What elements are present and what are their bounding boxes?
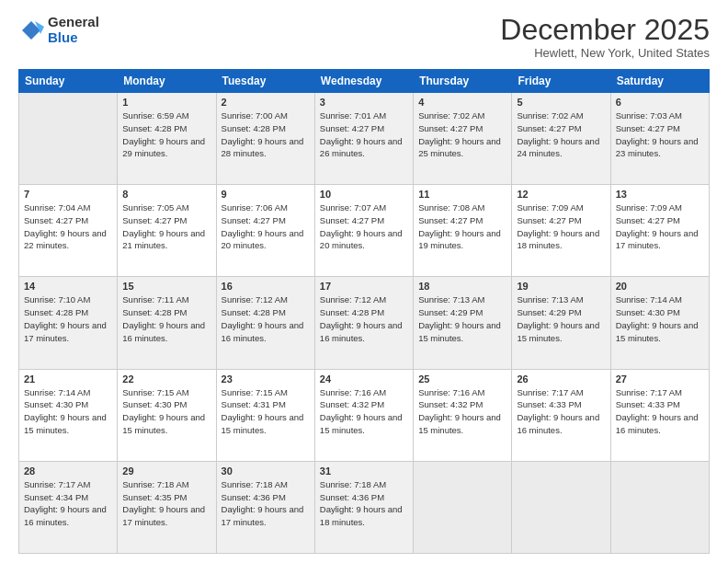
day-info: Sunrise: 7:06 AMSunset: 4:27 PMDaylight:… — [222, 201, 310, 252]
calendar-cell: 23Sunrise: 7:15 AMSunset: 4:31 PMDayligh… — [216, 369, 314, 461]
sunset: Sunset: 4:35 PM — [122, 492, 187, 502]
daylight: Daylight: 9 hours and 16 minutes. — [222, 320, 304, 343]
col-tuesday: Tuesday — [216, 70, 314, 93]
sunrise: Sunrise: 7:08 AM — [418, 202, 484, 213]
day-info: Sunrise: 7:18 AMSunset: 4:36 PMDaylight:… — [320, 478, 408, 529]
calendar-cell: 30Sunrise: 7:18 AMSunset: 4:36 PMDayligh… — [216, 461, 314, 553]
calendar-cell: 17Sunrise: 7:12 AMSunset: 4:28 PMDayligh… — [314, 277, 413, 369]
sunset: Sunset: 4:36 PM — [222, 492, 286, 502]
calendar-cell: 26Sunrise: 7:17 AMSunset: 4:33 PMDayligh… — [512, 369, 610, 461]
sunrise: Sunrise: 7:11 AM — [122, 294, 188, 304]
col-saturday: Saturday — [610, 70, 709, 93]
daylight: Daylight: 9 hours and 17 minutes. — [616, 228, 699, 251]
sunrise: Sunrise: 7:15 AM — [122, 387, 188, 397]
calendar-cell: 18Sunrise: 7:13 AMSunset: 4:29 PMDayligh… — [414, 277, 512, 369]
col-monday: Monday — [118, 70, 216, 93]
sunset: Sunset: 4:27 PM — [517, 123, 581, 133]
day-info: Sunrise: 7:02 AMSunset: 4:27 PMDaylight:… — [517, 109, 605, 160]
calendar-cell: 24Sunrise: 7:16 AMSunset: 4:32 PMDayligh… — [314, 369, 413, 461]
day-number: 8 — [122, 189, 210, 200]
day-number: 13 — [616, 189, 704, 200]
sunrise: Sunrise: 7:07 AM — [320, 202, 386, 213]
day-number: 22 — [122, 373, 210, 385]
day-info: Sunrise: 7:12 AMSunset: 4:28 PMDaylight:… — [320, 293, 408, 344]
daylight: Daylight: 9 hours and 18 minutes. — [517, 228, 599, 251]
location: Hewlett, New York, United States — [500, 46, 710, 60]
col-sunday: Sunday — [19, 70, 118, 93]
sunset: Sunset: 4:30 PM — [24, 399, 88, 409]
day-info: Sunrise: 7:09 AMSunset: 4:27 PMDaylight:… — [616, 201, 704, 252]
sunrise: Sunrise: 7:06 AM — [222, 202, 288, 213]
day-info: Sunrise: 7:02 AMSunset: 4:27 PMDaylight:… — [418, 109, 506, 160]
sunrise: Sunrise: 7:18 AM — [222, 479, 288, 489]
day-number: 21 — [24, 373, 112, 385]
daylight: Daylight: 9 hours and 28 minutes. — [222, 136, 304, 159]
calendar-row-week-1: 1Sunrise: 6:59 AMSunset: 4:28 PMDaylight… — [19, 93, 710, 185]
day-info: Sunrise: 7:13 AMSunset: 4:29 PMDaylight:… — [418, 293, 506, 344]
sunset: Sunset: 4:27 PM — [616, 123, 680, 133]
calendar-cell: 14Sunrise: 7:10 AMSunset: 4:28 PMDayligh… — [19, 277, 118, 369]
day-info: Sunrise: 7:15 AMSunset: 4:30 PMDaylight:… — [122, 386, 210, 437]
calendar-cell: 15Sunrise: 7:11 AMSunset: 4:28 PMDayligh… — [118, 277, 216, 369]
daylight: Daylight: 9 hours and 19 minutes. — [418, 228, 501, 251]
sunset: Sunset: 4:30 PM — [616, 307, 680, 317]
month-title: December 2025 — [500, 15, 710, 44]
calendar-cell: 20Sunrise: 7:14 AMSunset: 4:30 PMDayligh… — [610, 277, 709, 369]
sunset: Sunset: 4:28 PM — [122, 307, 187, 317]
daylight: Daylight: 9 hours and 15 minutes. — [122, 412, 205, 435]
day-info: Sunrise: 7:14 AMSunset: 4:30 PMDaylight:… — [616, 293, 704, 344]
sunset: Sunset: 4:28 PM — [222, 123, 286, 133]
sunset: Sunset: 4:31 PM — [222, 399, 286, 409]
sunset: Sunset: 4:30 PM — [122, 399, 187, 409]
sunset: Sunset: 4:29 PM — [418, 307, 483, 317]
day-number: 10 — [320, 189, 408, 200]
day-number: 31 — [320, 465, 408, 477]
calendar-cell: 19Sunrise: 7:13 AMSunset: 4:29 PMDayligh… — [512, 277, 610, 369]
sunset: Sunset: 4:27 PM — [122, 215, 187, 225]
day-number: 20 — [616, 281, 704, 292]
daylight: Daylight: 9 hours and 20 minutes. — [222, 228, 304, 251]
calendar-cell: 25Sunrise: 7:16 AMSunset: 4:32 PMDayligh… — [414, 369, 512, 461]
sunset: Sunset: 4:32 PM — [418, 399, 483, 409]
calendar-cell: 12Sunrise: 7:09 AMSunset: 4:27 PMDayligh… — [512, 185, 610, 277]
logo-text: General Blue — [48, 15, 99, 45]
sunrise: Sunrise: 7:18 AM — [122, 479, 188, 489]
sunrise: Sunrise: 7:00 AM — [222, 110, 288, 121]
calendar-cell: 29Sunrise: 7:18 AMSunset: 4:35 PMDayligh… — [118, 461, 216, 553]
calendar-cell: 10Sunrise: 7:07 AMSunset: 4:27 PMDayligh… — [314, 185, 413, 277]
sunrise: Sunrise: 7:18 AM — [320, 479, 386, 489]
sunset: Sunset: 4:34 PM — [24, 492, 88, 502]
daylight: Daylight: 9 hours and 17 minutes. — [222, 504, 304, 527]
day-number: 28 — [24, 465, 112, 477]
daylight: Daylight: 9 hours and 15 minutes. — [418, 412, 501, 435]
sunrise: Sunrise: 7:05 AM — [122, 202, 188, 213]
day-info: Sunrise: 7:09 AMSunset: 4:27 PMDaylight:… — [517, 201, 605, 252]
logo: General Blue — [18, 15, 99, 45]
day-info: Sunrise: 7:04 AMSunset: 4:27 PMDaylight:… — [24, 201, 112, 252]
sunset: Sunset: 4:27 PM — [616, 215, 680, 225]
calendar-cell: 28Sunrise: 7:17 AMSunset: 4:34 PMDayligh… — [19, 461, 118, 553]
calendar-cell — [19, 93, 118, 185]
day-number: 25 — [418, 373, 506, 385]
calendar-cell: 6Sunrise: 7:03 AMSunset: 4:27 PMDaylight… — [610, 93, 709, 185]
day-info: Sunrise: 7:03 AMSunset: 4:27 PMDaylight:… — [616, 109, 704, 160]
calendar-row-week-3: 14Sunrise: 7:10 AMSunset: 4:28 PMDayligh… — [19, 277, 710, 369]
daylight: Daylight: 9 hours and 15 minutes. — [320, 412, 403, 435]
sunrise: Sunrise: 7:13 AM — [418, 294, 484, 304]
daylight: Daylight: 9 hours and 17 minutes. — [122, 504, 205, 527]
daylight: Daylight: 9 hours and 15 minutes. — [222, 412, 304, 435]
day-number: 30 — [222, 465, 310, 477]
day-number: 24 — [320, 373, 408, 385]
day-info: Sunrise: 7:16 AMSunset: 4:32 PMDaylight:… — [418, 386, 506, 437]
daylight: Daylight: 9 hours and 29 minutes. — [122, 136, 205, 159]
sunset: Sunset: 4:28 PM — [122, 123, 187, 133]
header: General Blue December 2025 Hewlett, New … — [18, 15, 710, 60]
day-info: Sunrise: 7:16 AMSunset: 4:32 PMDaylight:… — [320, 386, 408, 437]
day-number: 5 — [517, 97, 605, 108]
calendar-table: Sunday Monday Tuesday Wednesday Thursday… — [18, 69, 710, 554]
sunrise: Sunrise: 7:13 AM — [517, 294, 583, 304]
sunrise: Sunrise: 7:02 AM — [517, 110, 583, 121]
day-info: Sunrise: 7:00 AMSunset: 4:28 PMDaylight:… — [222, 109, 310, 160]
sunrise: Sunrise: 7:16 AM — [418, 387, 484, 397]
sunrise: Sunrise: 7:10 AM — [24, 294, 90, 304]
